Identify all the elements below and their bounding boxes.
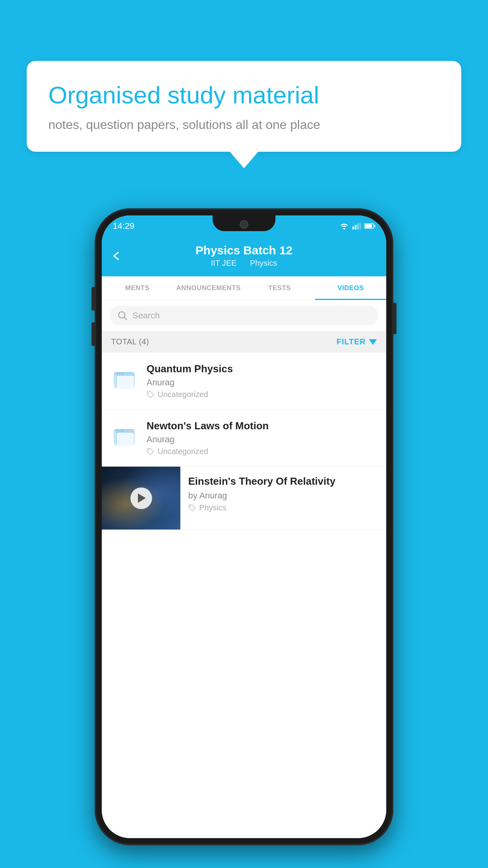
search-icon <box>117 311 128 321</box>
folder-icon-2 <box>111 421 138 448</box>
back-button[interactable] <box>111 250 122 263</box>
list-item[interactable]: Newton's Laws of Motion Anurag Uncategor… <box>102 410 386 467</box>
tab-ments[interactable]: MENTS <box>102 276 173 300</box>
item-tag-1: Uncategorized <box>147 390 377 399</box>
item-tag-2: Uncategorized <box>147 447 377 456</box>
tag-label-1: Uncategorized <box>158 390 208 399</box>
svg-point-0 <box>343 228 345 229</box>
bubble-title: Organised study material <box>48 81 440 110</box>
total-count: TOTAL (4) <box>111 337 149 346</box>
folder-icon-1 <box>111 364 138 391</box>
filter-label: FILTER <box>336 337 366 346</box>
volume-up-button[interactable] <box>92 287 95 311</box>
video-tag-label: Physics <box>199 503 226 512</box>
svg-rect-6 <box>365 224 372 228</box>
tab-tests[interactable]: TESTS <box>244 276 315 300</box>
filter-bar: TOTAL (4) FILTER <box>102 331 386 353</box>
status-icons <box>339 222 375 230</box>
filter-triangle-icon <box>369 339 377 345</box>
svg-rect-2 <box>355 225 356 230</box>
phone-notch <box>213 215 275 231</box>
tag-label-2: Uncategorized <box>158 447 208 456</box>
item-author-1: Anurag <box>147 377 377 388</box>
svg-point-15 <box>190 506 191 507</box>
item-content-1: Quantum Physics Anurag Uncategorized <box>147 363 377 399</box>
tabs-bar: MENTS ANNOUNCEMENTS TESTS VIDEOS <box>102 276 386 300</box>
tab-announcements[interactable]: ANNOUNCEMENTS <box>173 276 244 300</box>
svg-rect-7 <box>374 225 375 227</box>
phone-bezel: 14:29 <box>95 208 393 845</box>
search-bar-container: Search <box>102 300 386 331</box>
tag-icon-3 <box>188 504 196 512</box>
volume-down-button[interactable] <box>92 322 95 346</box>
phone-screen: 14:29 <box>102 215 386 838</box>
wifi-icon <box>339 222 349 230</box>
tag-icon-2 <box>147 448 154 456</box>
battery-icon <box>364 223 375 229</box>
bubble-subtitle: notes, question papers, solutions all at… <box>48 118 440 132</box>
signal-icon <box>352 223 361 230</box>
svg-point-11 <box>148 392 149 394</box>
filter-button[interactable]: FILTER <box>336 337 377 346</box>
video-list-item[interactable]: Einstein's Theory Of Relativity by Anura… <box>102 467 386 530</box>
play-button[interactable] <box>130 487 152 509</box>
video-tag: Physics <box>188 503 378 512</box>
video-title: Einstein's Theory Of Relativity <box>188 475 378 487</box>
header-subtitle: IIT JEE Physics <box>113 259 375 268</box>
item-title-1: Quantum Physics <box>147 363 377 375</box>
svg-rect-3 <box>357 223 359 230</box>
item-content-2: Newton's Laws of Motion Anurag Uncategor… <box>147 420 377 456</box>
header-subtitle-2: Physics <box>250 259 277 267</box>
phone-container: 14:29 <box>95 208 393 845</box>
item-title-2: Newton's Laws of Motion <box>147 420 377 432</box>
status-time: 14:29 <box>113 221 134 231</box>
header-title: Physics Batch 12 <box>113 244 375 257</box>
svg-rect-1 <box>352 226 354 230</box>
speech-bubble: Organised study material notes, question… <box>27 61 461 152</box>
tag-icon-1 <box>147 391 154 399</box>
video-thumbnail <box>102 467 180 530</box>
video-author: by Anurag <box>188 491 378 501</box>
svg-point-14 <box>148 449 149 451</box>
video-content: Einstein's Theory Of Relativity by Anura… <box>180 467 386 521</box>
list-container: Quantum Physics Anurag Uncategorized <box>102 353 386 838</box>
header-subtitle-1: IIT JEE <box>211 259 237 267</box>
item-author-2: Anurag <box>147 434 377 445</box>
app-header: Physics Batch 12 IIT JEE Physics <box>102 237 386 276</box>
front-camera <box>240 220 248 229</box>
tab-videos[interactable]: VIDEOS <box>315 276 386 300</box>
search-bar[interactable]: Search <box>110 306 378 326</box>
list-item[interactable]: Quantum Physics Anurag Uncategorized <box>102 353 386 410</box>
play-triangle-icon <box>138 493 146 503</box>
power-button[interactable] <box>393 303 396 334</box>
svg-rect-4 <box>360 223 361 230</box>
search-input[interactable]: Search <box>132 311 160 321</box>
